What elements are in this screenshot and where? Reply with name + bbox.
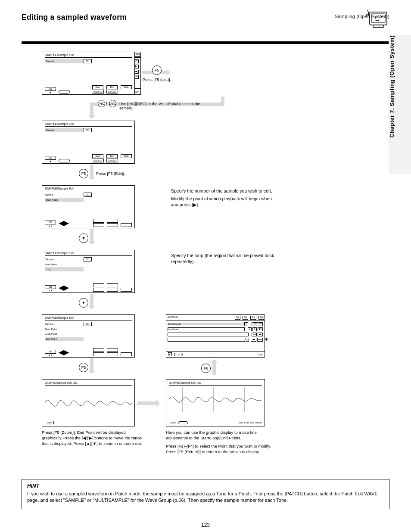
flow-arrow (212, 360, 216, 375)
f5-button[interactable]: F5 (79, 169, 88, 178)
svg-rect-4 (373, 25, 383, 28)
flow-label: Use [INC][DEC] or the VALUE dial to sele… (119, 102, 201, 110)
sample-edit-panel: SAMPLE/Sample Edit Sample001 Start Point… (42, 185, 135, 228)
chapter-tab: Chapter 7. Sampling (Open System) (389, 35, 411, 174)
flow-label: Press [F5 (Edit)]. (96, 171, 125, 176)
wave-panel-1: SAMPLE/Sample Edit 001 Zoom (42, 379, 135, 426)
hint-text: If you wish to use a sampled waveform in… (27, 491, 384, 504)
sample-panel-2: SAMPLE TopSet EndSet Sample Mode▾ LINE L… (166, 314, 265, 358)
svg-point-2 (375, 17, 377, 18)
flow-arrow (90, 294, 93, 308)
flow-arrow (90, 358, 93, 373)
side-text: Specify the loop (the region that will b… (171, 252, 276, 264)
sample-edit-panel-2: SAMPLE/Sample Edit Sample001 Start Point… (42, 250, 135, 293)
svg-point-3 (379, 17, 380, 18)
side-text: Press [F5 (Zoom)]. End Point will be dis… (42, 430, 147, 446)
inc-button[interactable]: INC (98, 100, 105, 107)
down-button[interactable]: ▼ (79, 233, 88, 243)
sample-list-panel: SAMPLE/Sample List Sample001 001◆ Start0… (42, 52, 135, 95)
svg-rect-1 (371, 14, 385, 22)
sample-list-panel-2: SAMPLE/Sample List Sample001 001◆ Start0… (42, 121, 135, 164)
side-text: Press [F2]–[F4] to select the Point that… (166, 444, 278, 455)
wave-panel-2: SAMPLE/Sample Edit 001 Zoom StartLoopEnd… (166, 379, 265, 426)
flow-arrow (90, 229, 93, 244)
hint-box: HINT If you wish to use a sampled wavefo… (22, 479, 389, 509)
flow-arrow (90, 165, 93, 179)
hint-title: HINT (27, 483, 384, 489)
computer-icon (366, 10, 389, 29)
svg-rect-5 (366, 15, 369, 16)
down-button[interactable]: ▼ (79, 298, 88, 308)
side-text: Modify the point at which playback will … (171, 196, 276, 208)
flow-arrow (137, 401, 159, 405)
f5-button[interactable]: F5 (79, 363, 88, 372)
page-number: 123 (22, 522, 389, 528)
sample-edit-panel-3: SAMPLE/Sample Edit Sample001 Start Point… (42, 314, 135, 358)
side-text: Here you can use the graphic display to … (166, 430, 278, 441)
f6-button[interactable]: F6 (201, 364, 211, 373)
f5-button[interactable]: F5 (152, 65, 162, 75)
header-rule (22, 41, 389, 44)
side-text: Specify the number of the sample you wis… (171, 188, 276, 194)
flow-label: Press [F5 (List)]. (143, 78, 171, 82)
dec-button[interactable]: DEC (109, 100, 116, 107)
